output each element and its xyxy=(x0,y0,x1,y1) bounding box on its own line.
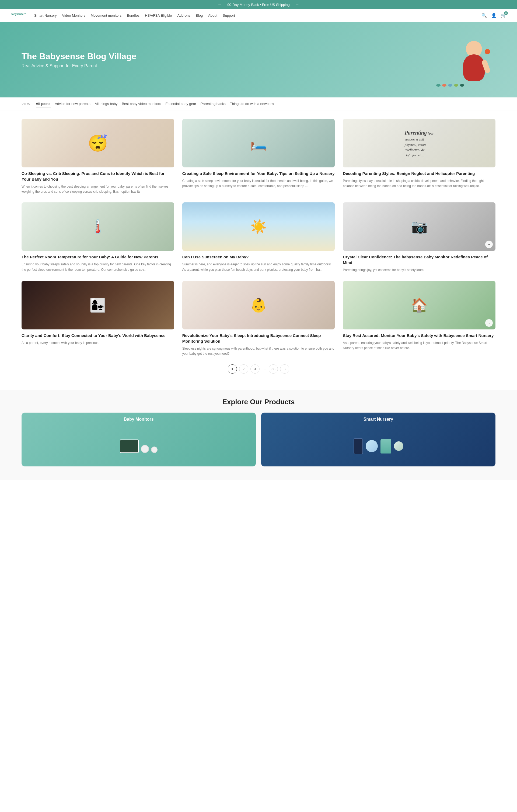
page-3[interactable]: 3 xyxy=(250,365,260,374)
cart-icon[interactable]: 🛒0 xyxy=(501,13,506,18)
filter-all-things-baby[interactable]: All things baby xyxy=(95,101,118,107)
smart-cam xyxy=(380,439,391,454)
blog-excerpt-1: When it comes to choosing the best sleep… xyxy=(22,184,174,194)
blog-title-7: Clarity and Comfort: Stay Connected to Y… xyxy=(22,333,174,338)
filter-bar: VIEW All posts Advice for new parents Al… xyxy=(0,97,517,111)
blog-title-1: Co-Sleeping vs. Crib Sleeping: Pros and … xyxy=(22,171,174,182)
blog-title-5: Can I Use Sunscreen on My Baby? xyxy=(182,254,335,260)
toy-4 xyxy=(454,84,458,87)
filter-best-baby-video-monitors[interactable]: Best baby video monitors xyxy=(122,101,161,107)
blog-image-3: Parenting [per support a chil physical, … xyxy=(343,119,495,167)
announcement-bar: ← 90-Day Money Back • Free US Shipping → xyxy=(0,0,517,9)
blog-card[interactable]: 🛏️ Creating a Safe Sleep Environment for… xyxy=(182,119,335,194)
hero-subtitle: Real Advice & Support for Every Parent xyxy=(22,63,136,68)
blog-excerpt-3: Parenting styles play a crucial role in … xyxy=(343,178,495,188)
hero-banner: The Babysense Blog Village Real Advice &… xyxy=(0,22,517,97)
hero-illustration xyxy=(436,33,495,87)
blog-grid: 😴 Co-Sleeping vs. Crib Sleeping: Pros an… xyxy=(22,119,495,356)
page-1[interactable]: 1 xyxy=(228,365,237,374)
smart-nursery-label: Smart Nursery xyxy=(363,417,393,422)
blog-card[interactable]: 😴 Co-Sleeping vs. Crib Sleeping: Pros an… xyxy=(22,119,174,194)
baby-body xyxy=(463,54,485,81)
blog-excerpt-2: Creating a safe sleep environment for yo… xyxy=(182,178,335,188)
explore-title: Explore Our Products xyxy=(22,398,495,406)
page-next[interactable]: → xyxy=(280,365,289,374)
search-icon[interactable]: 🔍 xyxy=(482,13,487,18)
blog-excerpt-7: As a parent, every moment with your baby… xyxy=(22,341,174,346)
filter-things-to-do-newborn[interactable]: Things to do with a newborn xyxy=(230,101,274,107)
blog-card[interactable]: 👶 Revolutionize Your Baby's Sleep: Intro… xyxy=(182,281,335,356)
blog-card[interactable]: 👩‍👧 Clarity and Comfort: Stay Connected … xyxy=(22,281,174,356)
card-arrow-9: → xyxy=(485,319,493,327)
nav-smart-nursery[interactable]: Smart Nursery xyxy=(34,13,57,18)
nav-movement-monitors[interactable]: Movement monitors xyxy=(91,13,121,18)
explore-section: Explore Our Products Baby Monitors Smart… xyxy=(0,390,517,480)
smart-device-1 xyxy=(366,440,378,452)
blog-excerpt-8: Sleepless nights are synonymous with par… xyxy=(182,346,335,356)
blog-section: 😴 Co-Sleeping vs. Crib Sleeping: Pros an… xyxy=(0,111,517,390)
monitor-cam xyxy=(141,445,149,453)
product-smart-nursery[interactable]: Smart Nursery xyxy=(261,413,495,466)
filter-essential-baby-gear[interactable]: Essential baby gear xyxy=(165,101,196,107)
nav-links: Smart Nursery Video Monitors Movement mo… xyxy=(34,13,473,18)
products-grid: Baby Monitors Smart Nursery xyxy=(22,413,495,466)
blog-card[interactable]: 🌡️ The Perfect Room Temperature for Your… xyxy=(22,202,174,273)
toys-bottom xyxy=(436,84,464,87)
toy-2 xyxy=(442,84,446,87)
smart-nursery-image xyxy=(284,426,472,458)
filter-advice-new-parents[interactable]: Advice for new parents xyxy=(55,101,90,107)
blog-image-6: 📷 → xyxy=(343,202,495,251)
blog-card[interactable]: 📷 → Crystal Clear Confidence: The babyse… xyxy=(343,202,495,273)
page-2[interactable]: 2 xyxy=(239,365,248,374)
page-ellipsis: ... xyxy=(262,367,267,371)
blog-title-8: Revolutionize Your Baby's Sleep: Introdu… xyxy=(182,333,335,344)
announcement-text: 90-Day Money Back • Free US Shipping xyxy=(227,3,290,7)
blog-title-9: Stay Rest Assured: Monitor Your Baby's S… xyxy=(343,333,495,338)
toy-1 xyxy=(436,84,440,87)
nav-blog[interactable]: Blog xyxy=(196,13,203,18)
logo[interactable]: babysense™ xyxy=(11,12,26,19)
blog-title-4: The Perfect Room Temperature for Your Ba… xyxy=(22,254,174,260)
monitor-screen xyxy=(120,439,139,453)
blog-image-5: ☀️ xyxy=(182,202,335,251)
nav-icons: 🔍 👤 🛒0 xyxy=(482,13,506,18)
toy-5 xyxy=(460,84,464,87)
filter-parenting-hacks[interactable]: Parenting hacks xyxy=(200,101,226,107)
blog-image-4: 🌡️ xyxy=(22,202,174,251)
nav-addons[interactable]: Add-ons xyxy=(178,13,190,18)
blog-title-3: Decoding Parenting Styles: Benign Neglec… xyxy=(343,171,495,176)
filter-all-posts[interactable]: All posts xyxy=(36,101,51,107)
hero-title: The Babysense Blog Village xyxy=(22,51,136,61)
filter-tags: All posts Advice for new parents All thi… xyxy=(36,101,274,107)
page-last[interactable]: 38 xyxy=(269,365,278,374)
account-icon[interactable]: 👤 xyxy=(491,13,496,18)
smart-device-2 xyxy=(394,441,403,451)
next-arrow[interactable]: → xyxy=(295,2,299,7)
blog-image-1: 😴 xyxy=(22,119,174,167)
monitor-display xyxy=(120,431,158,453)
nav-support[interactable]: Support xyxy=(223,13,235,18)
nav-video-monitors[interactable]: Video Monitors xyxy=(62,13,85,18)
baby-monitors-image xyxy=(45,426,233,458)
blog-card[interactable]: Parenting [per support a chil physical, … xyxy=(343,119,495,194)
blog-card[interactable]: ☀️ Can I Use Sunscreen on My Baby? Summe… xyxy=(182,202,335,273)
toy-ball xyxy=(485,49,490,54)
blog-card[interactable]: 🏠 → Stay Rest Assured: Monitor Your Baby… xyxy=(343,281,495,356)
nav-hsa-fsa[interactable]: HSA/FSA Eligible xyxy=(145,13,172,18)
hero-text: The Babysense Blog Village Real Advice &… xyxy=(22,51,136,68)
toy-3 xyxy=(448,84,452,87)
smart-nursery-items xyxy=(354,430,403,454)
nav-about[interactable]: About xyxy=(208,13,217,18)
blog-excerpt-9: As a parent, ensuring your baby's safety… xyxy=(343,341,495,351)
blog-image-8: 👶 xyxy=(182,281,335,329)
blog-image-7: 👩‍👧 xyxy=(22,281,174,329)
hero-baby-figure xyxy=(458,41,490,87)
blog-image-9: 🏠 → xyxy=(343,281,495,329)
product-baby-monitors[interactable]: Baby Monitors xyxy=(22,413,256,466)
phone-display xyxy=(354,438,363,454)
nav-bundles[interactable]: Bundles xyxy=(127,13,139,18)
main-nav: babysense™ Smart Nursery Video Monitors … xyxy=(0,9,517,22)
view-label: VIEW xyxy=(22,102,30,106)
pagination: 1 2 3 ... 38 → xyxy=(22,356,495,382)
prev-arrow[interactable]: ← xyxy=(218,2,222,7)
